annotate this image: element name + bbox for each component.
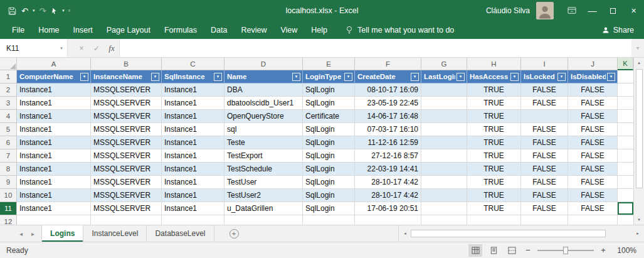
row-header-4[interactable]: 4 <box>0 110 17 123</box>
cell[interactable]: FALSE <box>568 110 618 123</box>
cell[interactable]: FALSE <box>521 189 568 202</box>
column-header-h[interactable]: H <box>467 58 521 70</box>
cell[interactable]: TRUE <box>467 83 521 97</box>
cell[interactable]: Instance1 <box>17 123 91 136</box>
cell[interactable] <box>421 189 467 202</box>
cell[interactable]: MSSQLSERVER <box>91 163 162 176</box>
row-header-6[interactable]: 6 <box>0 136 17 149</box>
cell[interactable]: TestExport <box>224 149 303 163</box>
cell[interactable]: FALSE <box>521 136 568 149</box>
new-sheet-button[interactable]: + <box>230 225 239 242</box>
scroll-up-icon[interactable]: ▴ <box>634 58 644 68</box>
maximize-button[interactable] <box>603 0 623 21</box>
user-name[interactable]: Cláudio Silva <box>486 6 530 15</box>
cell[interactable]: 22-03-19 14:41 <box>355 163 421 176</box>
cell[interactable]: Teste <box>224 136 303 149</box>
cell[interactable]: FALSE <box>568 97 618 110</box>
ribbon-tab-help[interactable]: Help <box>304 21 334 39</box>
cell[interactable]: 14-06-17 16:48 <box>355 110 421 123</box>
cell[interactable]: TRUE <box>467 136 521 149</box>
ribbon-tab-home[interactable]: Home <box>31 21 66 39</box>
cell[interactable]: MSSQLSERVER <box>91 110 162 123</box>
cell[interactable]: MSSQLSERVER <box>91 202 162 215</box>
horizontal-scrollbar-thumb[interactable] <box>411 230 606 237</box>
sheet-tab-instancelevel[interactable]: InstanceLevel <box>83 225 147 242</box>
scroll-down-icon[interactable]: ▾ <box>634 215 644 225</box>
undo-dropdown-icon[interactable]: ▾ <box>31 8 36 13</box>
filter-button-createdate[interactable]: ▼ <box>411 73 419 81</box>
ribbon-tab-view[interactable]: View <box>273 21 304 39</box>
page-break-view-button[interactable] <box>505 244 519 257</box>
cell[interactable] <box>421 149 467 163</box>
cell[interactable]: TRUE <box>467 202 521 215</box>
filter-button-sqlinstance[interactable]: ▼ <box>214 73 222 81</box>
cell[interactable] <box>421 202 467 215</box>
undo-button[interactable]: ↶ <box>19 7 30 15</box>
ribbon-tab-formulas[interactable]: Formulas <box>157 21 204 39</box>
ribbon-display-options-button[interactable] <box>561 0 582 21</box>
cell[interactable]: FALSE <box>521 83 568 97</box>
cell[interactable]: SqlLogin <box>303 189 355 202</box>
cell[interactable]: SqlLogin <box>303 97 355 110</box>
ribbon-tab-data[interactable]: Data <box>204 21 234 39</box>
minimize-button[interactable]: — <box>582 0 603 21</box>
filter-button-name[interactable]: ▼ <box>292 73 300 81</box>
enter-button[interactable]: ✓ <box>89 39 104 57</box>
formula-bar-expand-icon[interactable]: ▿ <box>631 39 644 57</box>
cell[interactable]: Instance1 <box>162 83 224 97</box>
cell[interactable]: Instance1 <box>162 123 224 136</box>
cell[interactable]: FALSE <box>521 163 568 176</box>
cell[interactable]: TRUE <box>467 123 521 136</box>
filter-button-logintype[interactable]: ▼ <box>344 73 352 81</box>
cell[interactable] <box>421 123 467 136</box>
column-header-i[interactable]: I <box>521 58 568 70</box>
cell[interactable]: TRUE <box>467 110 521 123</box>
cell[interactable]: SqlLogin <box>303 83 355 97</box>
row-header-1[interactable]: 1 <box>0 70 17 83</box>
insert-function-button[interactable]: fx <box>104 39 119 57</box>
cell[interactable]: FALSE <box>568 83 618 97</box>
touch-mouse-mode-button[interactable] <box>49 8 60 14</box>
cell[interactable]: Instance1 <box>162 97 224 110</box>
cell[interactable]: Instance1 <box>162 176 224 189</box>
cell[interactable]: FALSE <box>521 123 568 136</box>
cell[interactable]: Instance1 <box>162 202 224 215</box>
cell[interactable]: FALSE <box>568 149 618 163</box>
column-header-g[interactable]: G <box>421 58 467 70</box>
cell[interactable]: 27-12-16 8:57 <box>355 149 421 163</box>
ribbon-tab-insert[interactable]: Insert <box>66 21 100 39</box>
customize-qat-icon[interactable]: ▿ <box>67 8 72 13</box>
row-header-7[interactable]: 7 <box>0 149 17 163</box>
filter-button-computername[interactable]: ▼ <box>80 73 88 81</box>
filter-button-isdisabled[interactable]: ▼ <box>607 73 615 81</box>
cell[interactable]: TRUE <box>467 163 521 176</box>
cell[interactable]: 17-06-19 20:51 <box>355 202 421 215</box>
cell[interactable]: TRUE <box>467 149 521 163</box>
user-avatar[interactable] <box>536 2 554 19</box>
ribbon-tab-file[interactable]: File <box>5 21 31 39</box>
scroll-right-icon[interactable]: ▸ <box>633 231 643 236</box>
name-box-dropdown-icon[interactable]: ▾ <box>56 46 67 51</box>
filter-button-lastlogin[interactable]: ▼ <box>457 73 465 81</box>
cell[interactable]: OpenQueryStore <box>224 110 303 123</box>
cell[interactable]: SqlLogin <box>303 136 355 149</box>
cell[interactable]: u_DataGrillen <box>224 202 303 215</box>
cell[interactable] <box>421 83 467 97</box>
cell[interactable] <box>521 110 568 123</box>
cell[interactable]: dbatoolscidb_User1 <box>224 97 303 110</box>
vertical-scrollbar[interactable]: ▴ ▾ <box>633 58 644 225</box>
column-header-b[interactable]: B <box>91 58 162 70</box>
name-box[interactable]: K11 ▾ <box>0 39 68 57</box>
cell[interactable]: TRUE <box>467 189 521 202</box>
row-header-10[interactable]: 10 <box>0 189 17 202</box>
cell[interactable]: FALSE <box>521 202 568 215</box>
cell[interactable]: FALSE <box>568 176 618 189</box>
column-header-f[interactable]: F <box>355 58 421 70</box>
save-button[interactable] <box>6 7 18 15</box>
cell[interactable]: Instance1 <box>17 110 91 123</box>
cell[interactable]: 28-10-17 4:42 <box>355 176 421 189</box>
column-header-a[interactable]: A <box>17 58 91 70</box>
cancel-button[interactable]: × <box>74 39 89 57</box>
cell[interactable]: MSSQLSERVER <box>91 189 162 202</box>
cell[interactable]: SqlLogin <box>303 176 355 189</box>
